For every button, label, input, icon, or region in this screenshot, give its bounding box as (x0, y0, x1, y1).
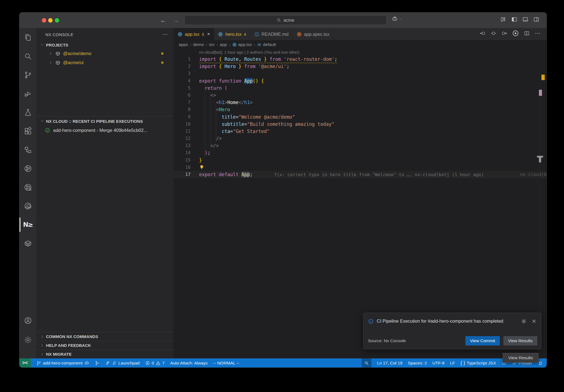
status-item-language-mode[interactable]: { }TypeScript JSX (460, 358, 496, 368)
code-line-2[interactable]: 2import { Hero } from '@acme/ui'; (173, 63, 547, 70)
code-token: ( (222, 85, 227, 91)
view-commit-button[interactable]: View Commit (465, 336, 500, 345)
breadcrumb-item-app-tsx[interactable]: app.tsx (232, 42, 252, 47)
copilot-menu-button[interactable] (392, 16, 402, 22)
layout-customize-button[interactable] (500, 16, 506, 24)
activity-gitlens[interactable] (19, 159, 36, 178)
project-tree-item[interactable]: @acme/ui (36, 58, 173, 67)
breadcrumb-item-apps[interactable]: apps (179, 42, 188, 47)
code-line-3[interactable]: 3 (173, 70, 547, 77)
code-line-8[interactable]: 8 <Hero (173, 106, 547, 113)
minimize-window-button[interactable] (48, 18, 53, 23)
editor-action-forward[interactable] (501, 30, 507, 38)
status-item-launchpad[interactable]: Launchpad (105, 358, 140, 368)
status-item-eol[interactable]: LF (450, 358, 455, 368)
code-line-5[interactable]: 5 return ( (173, 85, 547, 92)
activity-testing[interactable] (19, 103, 36, 122)
activity-containers[interactable] (19, 234, 36, 253)
view-results-button[interactable]: View Results (503, 336, 537, 345)
sidebar-more-actions-button[interactable] (162, 32, 168, 37)
breadcrumb-item-demo[interactable]: demo (193, 42, 204, 47)
activity-source-control[interactable] (19, 66, 36, 84)
code-line-4[interactable]: 4export function App() { (173, 77, 547, 85)
code-token: ; (250, 172, 253, 177)
code-line-17[interactable]: 17export default App;fix: correct typo i… (173, 171, 547, 178)
navigate-forward-button[interactable]: → (173, 17, 179, 24)
status-item-indentation[interactable]: Spaces: 2 (408, 358, 427, 368)
nx-cloud-section-header[interactable]: NX CLOUD :: RECENT CI PIPELINE EXECUTION… (36, 117, 173, 125)
editor-action-run-all[interactable] (512, 30, 519, 39)
activity-accounts[interactable] (19, 311, 36, 330)
layout-sidebar-right-icon (533, 16, 539, 23)
breadcrumb-item-default[interactable]: default (257, 42, 276, 47)
tab-close-icon[interactable]: × (207, 31, 210, 37)
tab-README-md[interactable]: README.md (250, 28, 293, 40)
activity-run-and-debug[interactable] (19, 84, 36, 103)
info-icon (368, 318, 374, 325)
tab-problems-badge: 3 (202, 32, 204, 37)
status-label: 7 (162, 361, 165, 366)
sidebar-section-common-nx-commands[interactable]: COMMON NX COMMANDS (36, 332, 173, 341)
code-token: import (199, 64, 216, 69)
activity-extensions[interactable] (19, 122, 36, 140)
code-line-11[interactable]: 11 cta="Get Started" (173, 128, 547, 135)
status-item-remote[interactable]: >< (19, 358, 31, 368)
sidebar-section-help-and-feedback[interactable]: HELP AND FEEDBACK (36, 341, 173, 350)
activity-gitlens-inspect[interactable] (19, 178, 36, 197)
editor-action-split-editor[interactable] (524, 30, 530, 38)
line-number: 4 (173, 77, 191, 85)
pipeline-execution-item[interactable]: add-hero-component - Merge 409b44e5cb02.… (36, 125, 173, 135)
status-item-zoom[interactable] (362, 358, 372, 368)
status-item-encoding[interactable]: UTF-8 (432, 358, 444, 368)
code-editor[interactable]: nx-cloud[bot], 1 hour ago | 2 authors (Y… (173, 49, 547, 358)
code-line-14[interactable]: 14 ); (173, 149, 547, 156)
sidebar-section-nx-migrate[interactable]: NX MIGRATE (36, 350, 173, 358)
activity-settings[interactable] (19, 330, 36, 349)
status-item-problems[interactable]: 07 (145, 358, 165, 368)
code-line-12[interactable]: 12 /> (173, 135, 547, 142)
status-item-git-graph[interactable] (95, 358, 100, 368)
code-line-13[interactable]: 13 </> (173, 142, 547, 149)
code-line-10[interactable]: 10 subtitle="Build something amazing tod… (173, 121, 547, 128)
editor-action-more-actions[interactable] (535, 30, 541, 38)
layout-panel-button[interactable] (522, 16, 528, 24)
layout-sidebar-left-button[interactable] (511, 16, 517, 24)
code-token: Route (222, 56, 238, 62)
layout-sidebar-right-button[interactable] (533, 16, 539, 24)
activity-search[interactable] (19, 47, 36, 66)
status-item-cursor-position[interactable]: Ln 17, Col 19 (377, 358, 402, 368)
project-tree-item[interactable]: @acme/demo (36, 49, 173, 58)
activity-nx-console[interactable]: N≥ (19, 215, 36, 234)
notification-settings-gear-icon[interactable] (521, 318, 527, 325)
command-center-search[interactable]: acme (184, 15, 387, 25)
activity-project-structure[interactable] (19, 140, 36, 159)
code-line-16[interactable]: 16 (173, 164, 547, 171)
activity-edge-tools[interactable] (19, 197, 36, 215)
tab-app-spec-tsx[interactable]: app.spec.tsx (293, 28, 334, 40)
code-line-1[interactable]: 1import { Route, Routes } from 'react-ro… (173, 56, 547, 63)
status-label: LF (450, 361, 455, 366)
projects-section-header[interactable]: PROJECTS (36, 41, 173, 49)
breadcrumb-item-src[interactable]: src (209, 42, 215, 47)
maximize-window-button[interactable] (55, 18, 59, 23)
code-line-6[interactable]: 6 <> (173, 92, 547, 99)
close-window-button[interactable] (42, 18, 46, 23)
code-line-15[interactable]: 15} (173, 157, 547, 164)
git-blame-codelens[interactable]: nx-cloud[bot], 1 hour ago | 2 authors (Y… (173, 49, 547, 56)
code-line-7[interactable]: 7 <h1>Home</h1> (173, 99, 547, 106)
tab-hero-tsx[interactable]: hero.tsx 4 (214, 28, 250, 40)
code-line-9[interactable]: 9 title="Welcome @acme/demo" (173, 113, 547, 121)
status-item-git-branch[interactable]: add-hero-component (36, 358, 89, 368)
breadcrumb-item-app[interactable]: app (220, 42, 227, 47)
tab-app-tsx[interactable]: app.tsx 3 × (173, 28, 214, 40)
editor-action-current[interactable] (490, 30, 497, 38)
status-item-vim-mode[interactable]: -- NORMAL -- (213, 358, 239, 368)
editor-action-back[interactable] (480, 30, 486, 38)
navigate-back-button[interactable]: ← (160, 17, 166, 24)
code-token: } (236, 64, 241, 69)
activity-explorer[interactable] (19, 28, 36, 47)
status-item-auto-attach[interactable]: Auto Attach: Always (170, 358, 208, 368)
notification-source: Source: Nx Console (368, 338, 406, 343)
notification-close-icon[interactable] (531, 318, 537, 325)
code-token: > (250, 100, 253, 105)
